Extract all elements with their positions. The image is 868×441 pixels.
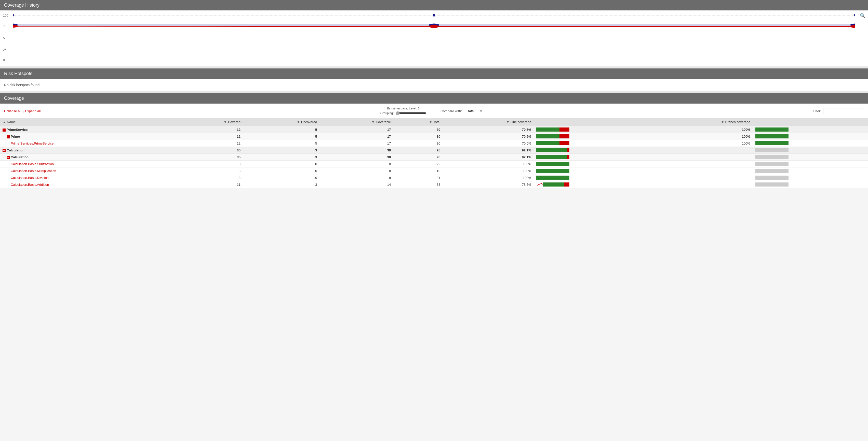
bar-green	[536, 176, 569, 180]
branch-coverage-bar	[753, 174, 868, 181]
table-body: −PrimeService125173070.5%100%−Prime12517…	[0, 126, 868, 188]
expand-all-link[interactable]: Expand all	[25, 109, 41, 113]
separator: |	[23, 109, 24, 113]
uncovered-cell: 3	[243, 147, 320, 154]
branch-bar-empty	[755, 155, 788, 159]
branch-bar-empty	[755, 182, 788, 186]
grouping-slider[interactable]	[396, 111, 426, 115]
table-row: Prime.Services.PrimeService125173070.5%1…	[0, 140, 868, 147]
th-line-bar	[534, 118, 649, 126]
bar-red	[559, 134, 569, 138]
th-uncovered[interactable]: ▼Uncovered	[243, 118, 320, 126]
covered-cell: 35	[177, 147, 243, 154]
uncovered-cell: 5	[243, 140, 320, 147]
total-cell: 30	[393, 140, 443, 147]
uncovered-cell: 0	[243, 174, 320, 181]
coverage-table: ▲Name ▼Covered ▼Uncovered ▼Coverable ▼To…	[0, 118, 868, 188]
y-label-50: 50	[3, 36, 6, 40]
covered-cell: 8	[177, 161, 243, 167]
gap-1	[0, 66, 868, 68]
line-coverage-pct: 100%	[443, 167, 534, 174]
risk-hotspots-title: Risk Hotspots	[4, 71, 32, 76]
coverage-history-section: Coverage History 🔍 100 75 50 25 0	[0, 0, 868, 66]
uncovered-cell: 5	[243, 126, 320, 133]
y-label-75: 75	[3, 25, 6, 28]
name-link[interactable]: Prime.Services.PrimeService	[11, 141, 54, 145]
bar-red	[567, 155, 569, 159]
zoom-icon[interactable]: 🔍	[860, 13, 865, 19]
y-label-25: 25	[3, 48, 6, 52]
grouping-row: Grouping:	[380, 111, 427, 115]
collapse-expand-links: Collapse all | Expand all	[4, 109, 40, 113]
filter-area: Filter:	[813, 108, 864, 114]
branch-bar-green	[755, 128, 788, 132]
line-coverage-pct: 70.5%	[443, 133, 534, 140]
risk-hotspots-header: Risk Hotspots	[0, 68, 868, 79]
branch-coverage-pct: 100%	[649, 140, 753, 147]
branch-coverage-bar	[753, 147, 868, 154]
bar-red	[559, 128, 569, 132]
bar-green	[536, 134, 559, 138]
name-link[interactable]: Calculation.Basic.Division	[11, 176, 49, 180]
covered-cell: 11	[177, 181, 243, 188]
name-link[interactable]: Calculation.Basic.Multiplication	[11, 169, 56, 173]
line-coverage-bar	[534, 181, 649, 188]
filter-input[interactable]	[823, 108, 864, 114]
line-coverage-bar	[534, 126, 649, 133]
branch-coverage-pct	[649, 147, 753, 154]
branch-coverage-bar	[753, 126, 868, 133]
covered-cell: 12	[177, 133, 243, 140]
th-line-coverage[interactable]: ▼Line coverage	[443, 118, 534, 126]
th-coverable[interactable]: ▼Coverable	[320, 118, 394, 126]
filter-label: Filter:	[813, 109, 822, 113]
uncovered-cell: 0	[243, 167, 320, 174]
coverable-cell: 17	[320, 140, 394, 147]
branch-bar-green	[755, 141, 788, 145]
sort-asc-icon: ▲	[3, 120, 6, 124]
coverage-controls: Collapse all | Expand all By namespace, …	[0, 104, 868, 118]
th-name[interactable]: ▲Name	[0, 118, 177, 126]
line-coverage-pct: 100%	[443, 174, 534, 181]
collapse-icon[interactable]: −	[7, 156, 10, 159]
line-coverage-pct: 70.5%	[443, 126, 534, 133]
table-row: Calculation.Basic.Subtraction80822100%	[0, 161, 868, 167]
name-cell: Calculation.Basic.Subtraction	[0, 161, 177, 167]
th-covered[interactable]: ▼Covered	[177, 118, 243, 126]
line-coverage-pct: 92.1%	[443, 147, 534, 154]
table-row: Calculation.Basic.Multiplication80819100…	[0, 167, 868, 174]
table-row: Calculation.Basic.Addition113143378.5%	[0, 181, 868, 188]
branch-bar-green	[755, 134, 788, 138]
collapse-icon[interactable]: −	[7, 135, 10, 138]
line-coverage-bar	[534, 154, 649, 161]
trend-icon	[536, 182, 543, 186]
total-cell: 30	[393, 133, 443, 140]
collapse-all-link[interactable]: Collapse all	[4, 109, 21, 113]
branch-coverage-pct	[649, 181, 753, 188]
coverable-cell: 14	[320, 181, 394, 188]
name-text: Calculation	[11, 155, 29, 159]
bar-red	[564, 182, 570, 186]
bar-green	[536, 162, 569, 166]
name-cell: Calculation.Basic.Addition	[0, 181, 177, 188]
bar-green	[536, 148, 567, 152]
chart-svg-red	[13, 13, 855, 61]
coverable-cell: 38	[320, 147, 394, 154]
th-branch-coverage[interactable]: ▼Branch coverage	[649, 118, 753, 126]
collapse-icon[interactable]: −	[3, 149, 6, 152]
name-link[interactable]: Calculation.Basic.Addition	[11, 183, 49, 186]
line-coverage-bar	[534, 174, 649, 181]
coverage-header: Coverage	[0, 93, 868, 104]
branch-coverage-pct: 100%	[649, 133, 753, 140]
compare-label: Compare with:	[440, 109, 462, 113]
th-total[interactable]: ▼Total	[393, 118, 443, 126]
bar-green	[536, 169, 569, 173]
coverable-cell: 8	[320, 161, 394, 167]
collapse-icon[interactable]: −	[3, 129, 6, 132]
branch-coverage-pct	[649, 154, 753, 161]
name-link[interactable]: Calculation.Basic.Subtraction	[11, 162, 54, 166]
name-cell: −PrimeService	[0, 126, 177, 133]
risk-hotspots-no-data: No risk hotspots found.	[0, 79, 868, 91]
compare-select[interactable]: Date Tag Branch	[464, 108, 483, 114]
total-cell: 22	[393, 161, 443, 167]
coverable-cell: 8	[320, 167, 394, 174]
